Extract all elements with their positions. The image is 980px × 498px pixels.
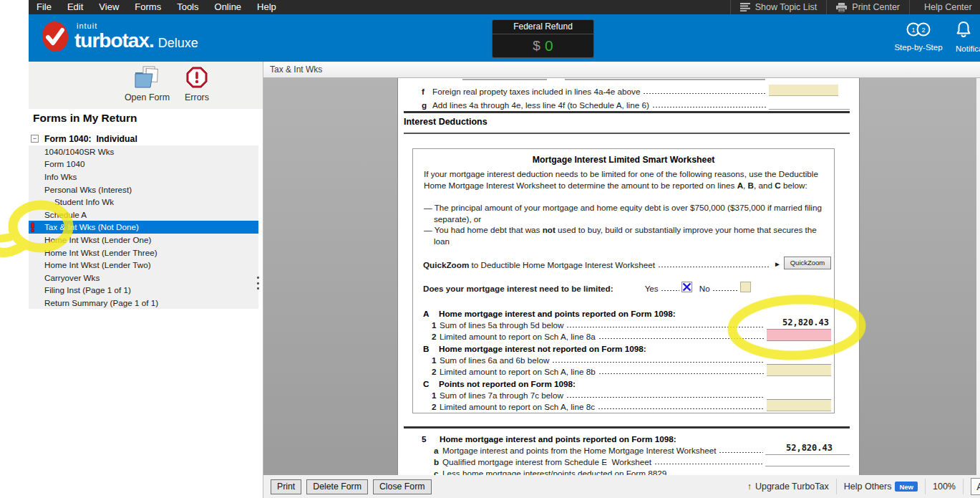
refund-amount: 0 — [545, 37, 553, 54]
zoom-level[interactable]: 100% — [933, 482, 956, 492]
tree-item[interactable]: Form 1040 — [0, 158, 263, 171]
bullet-principal: — The principal amount of your mortgage … — [424, 202, 823, 224]
menu-view[interactable]: View — [91, 0, 127, 14]
forms-toolbar: Open Form Errors — [29, 62, 263, 109]
interest-deductions-heading: Interest Deductions — [404, 117, 487, 127]
quickzoom-arrow-icon: ► — [774, 260, 781, 268]
logo-dot: . — [149, 29, 154, 52]
errors-button[interactable]: Errors — [172, 66, 222, 102]
section-rule — [404, 111, 850, 113]
tree-item[interactable]: Carryover Wks — [0, 272, 263, 284]
dotted-leader — [661, 284, 679, 292]
errors-label: Errors — [172, 92, 222, 102]
calc-field-b1[interactable] — [767, 353, 831, 365]
step-by-step-button[interactable]: 1 2 Step-by-Step — [890, 21, 947, 52]
federal-refund-widget[interactable]: Federal Refund $ 0 — [492, 19, 594, 58]
show-topic-list-label: Show Topic List — [755, 2, 818, 12]
step-by-step-label: Step-by-Step — [890, 43, 947, 52]
collapse-icon[interactable]: − — [31, 135, 39, 143]
tax-int-worksheet-sheet: f Foreign real propety taxes included in… — [397, 78, 860, 475]
tree-item[interactable]: Home Int Wkst (Lender Two) — [0, 259, 263, 272]
dotted-leader — [652, 101, 767, 108]
statusbar-separator — [963, 479, 964, 494]
dotted-leader — [552, 356, 765, 363]
tree-item-selected[interactable]: Tax & Int Wks (Not Done) — [0, 221, 263, 234]
upgrade-arrow-icon: ↑ — [747, 482, 752, 492]
menu-online[interactable]: Online — [207, 0, 250, 14]
menu-bar: File Edit View Forms Tools Online Help S… — [29, 0, 980, 14]
tree-item[interactable]: Info Wks — [0, 171, 263, 183]
dotted-leader — [598, 403, 765, 410]
tree-item[interactable]: Personal Wks (Interest) — [0, 183, 263, 196]
calc-field-4g[interactable] — [769, 98, 850, 110]
form-row-4f: f Foreign real propety taxes included in… — [422, 83, 838, 96]
limit-question-row: Does your mortgage interest need to be l… — [423, 281, 831, 293]
dotted-leader — [643, 87, 767, 95]
value-field-a1[interactable]: 52,820.43 — [767, 317, 831, 330]
tree-root-form-1040[interactable]: − Form 1040: Individual — [0, 133, 263, 145]
tree-item[interactable]: Student Info Wk — [0, 196, 263, 209]
input-field-b2[interactable] — [767, 365, 831, 376]
mortgage-smart-worksheet: Mortgage Interest Limited Smart Workshee… — [412, 148, 835, 413]
turbotax-logo: intuit turbotax.Deluxe — [39, 20, 198, 53]
menu-tools[interactable]: Tools — [169, 0, 206, 14]
quickzoom-row: QuickZoom to Deductible Home Mortgage In… — [423, 257, 831, 269]
notifications-button[interactable]: Notifications — [956, 21, 980, 53]
field-remnant — [462, 79, 547, 80]
field-remnant — [565, 79, 765, 80]
bell-icon — [956, 21, 971, 37]
tab-tax-int-wks[interactable]: Tax & Int Wks — [270, 64, 322, 75]
row-c2: 2 Limited amount to report on Sch A, lin… — [423, 400, 831, 411]
notifications-label: Notifications — [956, 44, 980, 53]
vertical-scrollbar[interactable] — [976, 78, 980, 475]
calc-field-5b[interactable] — [765, 455, 850, 466]
menu-file[interactable]: File — [29, 0, 59, 14]
pane-splitter[interactable] — [257, 277, 260, 289]
yes-checkbox-checked[interactable] — [681, 282, 692, 292]
print-button[interactable]: Print — [271, 479, 301, 494]
value-field-5a[interactable]: 52,820.43 — [765, 443, 850, 455]
menu-help[interactable]: Help — [249, 0, 284, 14]
help-others-link[interactable]: Help Others New — [844, 482, 918, 492]
menu-forms[interactable]: Forms — [127, 0, 169, 14]
no-checkbox-empty[interactable] — [740, 282, 751, 292]
no-label: No — [699, 284, 710, 293]
dotted-leader — [566, 391, 765, 398]
row-b1: 1 Sum of lines 6a and 6b below — [423, 353, 831, 365]
input-field-4f[interactable] — [769, 85, 838, 96]
tree-item[interactable]: Schedule A — [0, 209, 263, 221]
dotted-leader — [566, 321, 765, 328]
tree-item[interactable]: Return Summary (Page 1 of 1) — [0, 297, 263, 310]
quickzoom-button[interactable]: QuickZoom — [784, 257, 831, 269]
tree-item[interactable]: Home Int Wkst (Lender Three) — [0, 246, 263, 259]
tree-item[interactable]: Home Int Wkst (Lender One) — [0, 234, 263, 246]
help-center-label: Help Center — [924, 2, 972, 12]
errors-icon — [185, 66, 208, 89]
step-by-step-icon: 1 2 — [906, 21, 931, 37]
upgrade-turbotax-link[interactable]: ↑ Upgrade TurboTax — [747, 482, 829, 492]
row-b2: 2 Limited amount to report on Sch A, lin… — [423, 365, 831, 376]
close-form-button[interactable]: Close Form — [373, 479, 432, 494]
tree-item[interactable]: Filing Inst (Page 1 of 1) — [0, 284, 263, 297]
row-5a: a Mortgage interest and points from the … — [434, 444, 850, 455]
print-center-button[interactable]: Print Center — [826, 0, 909, 14]
section-rule — [404, 133, 850, 134]
smart-worksheet-title: Mortgage Interest Limited Smart Workshee… — [413, 155, 834, 165]
dotted-leader — [719, 446, 763, 454]
help-center-button[interactable]: ? Help Center — [909, 0, 980, 14]
delete-form-button[interactable]: Delete Form — [306, 479, 368, 494]
row-c1: 1 Sum of lines 7a through 7c below — [423, 388, 831, 400]
row-a2: 2 Limited amount to report on Sch A, lin… — [423, 330, 831, 341]
input-field-c2[interactable] — [767, 400, 831, 411]
forms-tree: − Form 1040: Individual 1040/1040SR Wks … — [0, 133, 263, 309]
calc-field-c1[interactable] — [767, 388, 831, 400]
forms-list-title: Forms in My Return — [33, 112, 137, 125]
show-topic-list-button[interactable]: Show Topic List — [730, 0, 827, 14]
menu-edit[interactable]: Edit — [59, 0, 91, 14]
error-field-a2[interactable] — [767, 330, 831, 341]
turbotax-wordmark: turbotax — [74, 29, 149, 52]
font-size-button[interactable]: A — [971, 478, 980, 495]
smart-worksheet-intro: If your mortgage interest deduction need… — [424, 168, 821, 191]
status-bar: Print Delete Form Close Form ↑ Upgrade T… — [263, 475, 980, 498]
tree-item[interactable]: 1040/1040SR Wks — [0, 145, 263, 158]
